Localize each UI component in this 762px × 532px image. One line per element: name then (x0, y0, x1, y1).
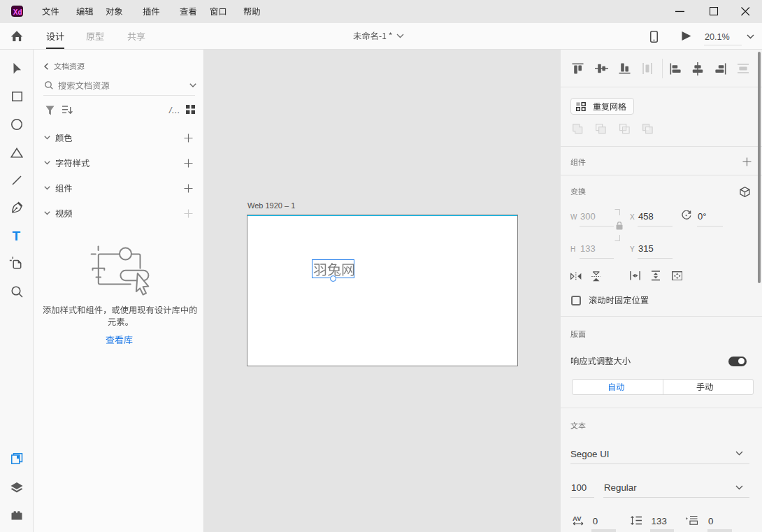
svg-text:AV: AV (573, 515, 582, 522)
